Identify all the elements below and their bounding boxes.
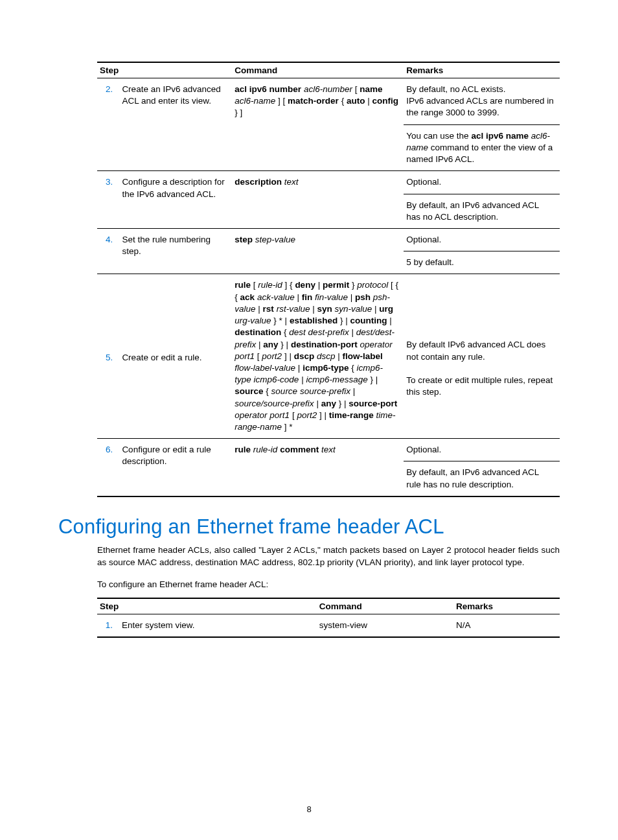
step-number: 3. (97, 171, 119, 193)
remark-text: By default, an IPv6 advanced ACL rule ha… (404, 461, 560, 495)
command-text: system-view (317, 614, 453, 636)
command-text: rule [ rule-id ] { deny | permit } proto… (232, 274, 404, 438)
remarks-stack: Optional. 5 by default. (404, 229, 560, 274)
command-text: description text (232, 171, 404, 193)
header-remarks: Remarks (453, 598, 560, 614)
step-desc: Set the rule numbering step. (119, 229, 232, 262)
step-number: 5. (97, 274, 119, 369)
remark-text: By default, an IPv6 advanced ACL has no … (404, 194, 560, 228)
table-row: 3. Configure a description for the IPv6 … (97, 171, 560, 229)
table-row: 1. Enter system view. system-view N/A (97, 614, 560, 637)
remark-text: Optional. (404, 229, 560, 251)
step-number: 6. (97, 439, 119, 461)
step-desc: Create or edit a rule. (119, 274, 232, 369)
remark-text: Optional. (404, 171, 560, 193)
header-step: Step (97, 62, 232, 78)
command-text: rule rule-id comment text (232, 439, 404, 461)
header-remarks: Remarks (404, 62, 560, 78)
step-desc: Configure or edit a rule description. (119, 439, 232, 472)
section-paragraph: Ethernet frame header ACLs, also called … (97, 544, 560, 569)
remark-text: By default IPv6 advanced ACL does not co… (404, 274, 560, 403)
header-command: Command (232, 62, 404, 78)
page-number: 8 (0, 804, 618, 814)
step-desc: Create an IPv6 advanced ACL and enter it… (119, 78, 232, 112)
remarks-stack: Optional. By default, an IPv6 advanced A… (404, 171, 560, 228)
step-desc: Enter system view. (119, 614, 317, 636)
step-number: 4. (97, 229, 119, 251)
section-paragraph: To configure an Ethernet frame header AC… (97, 578, 560, 591)
remarks-stack: By default IPv6 advanced ACL does not co… (404, 274, 560, 403)
command-text: step step-value (232, 229, 404, 251)
ethernet-acl-steps-table: Step Command Remarks 1. Enter system vie… (97, 598, 560, 638)
section-heading: Configuring an Ethernet frame header ACL (58, 515, 560, 539)
table-row: 5. Create or edit a rule. rule [ rule-id… (97, 274, 560, 439)
remarks-stack: By default, no ACL exists.IPv6 advanced … (404, 78, 560, 170)
ipv6-acl-steps-table: Step Command Remarks 2. Create an IPv6 a… (97, 62, 560, 497)
table-row: 2. Create an IPv6 advanced ACL and enter… (97, 78, 560, 171)
header-command: Command (317, 598, 453, 614)
remark-text: By default, no ACL exists.IPv6 advanced … (404, 78, 560, 124)
remark-text: You can use the acl ipv6 name acl6-name … (404, 124, 560, 171)
step-number: 1. (97, 614, 119, 636)
table-row: 4. Set the rule numbering step. step ste… (97, 228, 560, 274)
table-row: 6. Configure or edit a rule description.… (97, 439, 560, 496)
header-step: Step (97, 598, 317, 614)
step-desc: Configure a description for the IPv6 adv… (119, 171, 232, 205)
remark-text: 5 by default. (404, 251, 560, 274)
remark-text: N/A (453, 614, 560, 636)
remark-text: Optional. (404, 439, 560, 461)
command-text: acl ipv6 number acl6-number [ name acl6-… (232, 78, 404, 124)
step-number: 2. (97, 78, 119, 100)
remarks-stack: Optional. By default, an IPv6 advanced A… (404, 439, 560, 496)
